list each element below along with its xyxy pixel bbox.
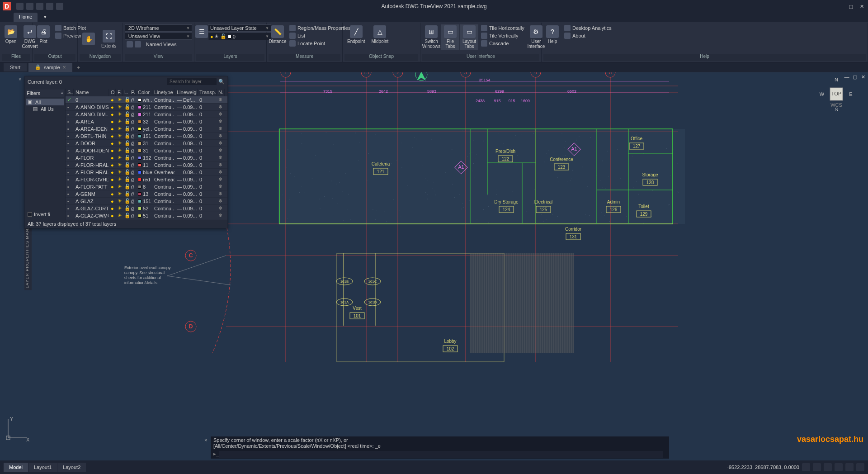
tab-home[interactable]: Home xyxy=(14,13,38,22)
col-on[interactable]: O.. xyxy=(109,89,116,96)
file-tabs-button[interactable]: ▭File Tabs xyxy=(441,24,459,50)
col-linetype[interactable]: Linetype xyxy=(152,89,175,96)
status-snap-icon[interactable] xyxy=(813,463,821,471)
doc-tab-start[interactable]: Start xyxy=(4,63,27,71)
svg-point-181 xyxy=(545,162,545,162)
minimize-button[interactable]: — xyxy=(836,4,844,9)
svg-point-129 xyxy=(651,178,652,179)
layer-row[interactable]: ▪ A-FLOR-HRAL-... ● ☀ 🔓 ⎙ blue Overhead … xyxy=(66,169,227,176)
plot-button[interactable]: 🖨Plot xyxy=(34,24,52,45)
svg-point-24 xyxy=(428,180,428,180)
help-icon: ? xyxy=(546,25,559,38)
col-lineweight[interactable]: Lineweight xyxy=(175,89,198,96)
col-transparency[interactable]: Transp.. xyxy=(198,89,217,96)
svg-point-25 xyxy=(368,153,369,154)
status-grid-icon[interactable] xyxy=(802,463,810,471)
cascade-button[interactable]: Cascade xyxy=(479,40,526,47)
layout-tab-layout1[interactable]: Layout1 xyxy=(28,463,57,472)
status-custom-icon[interactable] xyxy=(856,463,864,471)
named-view-dropdown[interactable]: Unsaved View▼ xyxy=(125,33,192,40)
col-color[interactable]: Color xyxy=(136,89,152,96)
svg-rect-310 xyxy=(470,253,574,353)
qat-plot-icon[interactable] xyxy=(26,3,33,10)
col-name[interactable]: Name xyxy=(74,89,109,96)
status-clean-icon[interactable] xyxy=(845,463,854,471)
layer-row[interactable]: ▪ A-AREA-IDEN ● ☀ 🔓 ⎙ yel... Continu... … xyxy=(66,125,227,133)
layer-current-dropdown[interactable]: ● ☀ 🔓 0▼ xyxy=(208,33,271,40)
layer-search-input[interactable] xyxy=(167,78,217,85)
midpoint-button[interactable]: △Midpoint xyxy=(368,24,391,45)
about-button[interactable]: About xyxy=(562,32,613,39)
open-button[interactable]: 📂Open xyxy=(2,24,20,45)
svg-point-50 xyxy=(332,198,333,199)
status-anno-icon[interactable] xyxy=(835,463,843,471)
svg-point-164 xyxy=(666,148,667,149)
desktop-analytics-button[interactable]: Desktop Analytics xyxy=(562,24,613,32)
layer-row[interactable]: ▪ A-ANNO-DIM... ● ☀ 🔓 ⎙ 211 Continu... —… xyxy=(66,111,227,118)
tab-close-button[interactable]: × xyxy=(63,64,66,71)
layer-row[interactable]: ▪ A-GLAZ-CWMG ● ☀ 🔓 ⎙ 51 Continu... — 0.… xyxy=(66,212,227,219)
col-lock[interactable]: L.. xyxy=(123,89,129,96)
layer-row[interactable]: ▪ A-FLOR-OVHD ● ☀ 🔓 ⎙ red Overhead — 0.0… xyxy=(66,176,227,183)
extents-button[interactable]: ⛶Extents xyxy=(99,29,119,49)
layer-row[interactable]: ✓ 0 ● ☀ 🔓 ⎙ wh... Continu... — Def... 0 … xyxy=(66,96,227,104)
layer-props-button[interactable]: ☰ xyxy=(196,24,207,40)
layer-row[interactable]: ▪ A-DOOR ● ☀ 🔓 ⎙ 31 Continu... — 0.09...… xyxy=(66,140,227,147)
status-scale-icon[interactable] xyxy=(824,463,832,471)
col-new[interactable]: N.. xyxy=(217,89,225,96)
layer-table[interactable]: S.. Name O.. F.. L.. P.. Color Linetype … xyxy=(66,89,227,220)
visual-style-dropdown[interactable]: 2D Wireframe▼ xyxy=(125,24,192,32)
filter-all-used[interactable]: ▤ All Us xyxy=(26,105,64,112)
tile-h-button[interactable]: Tile Horizontally xyxy=(479,24,526,32)
col-plot[interactable]: P.. xyxy=(129,89,136,96)
help-button[interactable]: ?Help xyxy=(543,24,561,45)
layer-panel-close[interactable]: × xyxy=(19,76,21,82)
col-status[interactable]: S.. xyxy=(66,89,74,96)
svg-point-106 xyxy=(589,215,590,216)
layout-tabs-button[interactable]: ▭Layout Tabs xyxy=(460,24,478,50)
ruler-icon: 📏 xyxy=(271,25,284,38)
switch-windows-button[interactable]: ⊞Switch Windows xyxy=(422,24,440,50)
layout-tab-layout2[interactable]: Layout2 xyxy=(57,463,86,472)
maximize-button[interactable]: ▢ xyxy=(847,4,854,9)
layer-row[interactable]: ▪ A-GLAZ ● ☀ 🔓 ⎙ 151 Continu... — 0.09..… xyxy=(66,198,227,205)
distance-button[interactable]: 📏Distance xyxy=(269,24,287,45)
pan-button[interactable]: ✋ xyxy=(80,32,98,47)
add-tab-button[interactable]: + xyxy=(74,65,83,70)
layer-row[interactable]: ▪ A-DETL-THIN ● ☀ 🔓 ⎙ 151 Continu... — 0… xyxy=(66,133,227,140)
named-views-button[interactable]: Named Views xyxy=(125,41,192,48)
svg-point-62 xyxy=(476,158,476,158)
tab-expand[interactable]: ▾ xyxy=(38,13,52,22)
search-icon[interactable]: 🔍 xyxy=(218,79,225,85)
layout-tab-model[interactable]: Model xyxy=(4,463,28,472)
layer-row[interactable]: ▪ A-FLOR-PATT ● ☀ 🔓 ⎙ 8 Continu... — 0.0… xyxy=(66,183,227,190)
svg-point-59 xyxy=(417,139,417,139)
layer-row[interactable]: ▪ A-GLAZ-CURT ● ☀ 🔓 ⎙ 52 Continu... — 0.… xyxy=(66,205,227,212)
endpoint-button[interactable]: ╱Endpoint xyxy=(344,24,368,45)
svg-point-51 xyxy=(425,179,426,179)
qat-open-icon[interactable] xyxy=(16,3,24,10)
qat-undo-icon[interactable] xyxy=(36,3,43,10)
view-cube[interactable]: N S W E TOP WCS xyxy=(818,76,854,112)
qat-dropdown-icon[interactable] xyxy=(56,3,63,10)
layer-row[interactable]: ▪ A-FLOR-HRAL ● ☀ 🔓 ⎙ 11 Continu... — 0.… xyxy=(66,161,227,169)
layer-row[interactable]: ▪ A-DOOR-IDEN ● ☀ 🔓 ⎙ 31 Continu... — 0.… xyxy=(66,147,227,154)
tile-v-button[interactable]: Tile Vertically xyxy=(479,32,526,39)
layer-row[interactable]: ▪ A-FLOR ● ☀ 🔓 ⎙ 192 Continu... — 0.09..… xyxy=(66,154,227,161)
svg-point-38 xyxy=(477,219,477,219)
doc-tab-sample[interactable]: 🔒sample× xyxy=(28,63,72,72)
title-bar: D Autodesk DWG TrueView 2021 sample.dwg … xyxy=(0,0,868,13)
layer-row[interactable]: ▪ A-ANNO-DIMS ● ☀ 🔓 ⎙ 211 Continu... — 0… xyxy=(66,104,227,111)
viewport-close[interactable]: ✕ xyxy=(860,74,866,81)
command-input[interactable] xyxy=(219,451,663,458)
filter-all[interactable]: ▣ All xyxy=(26,99,64,105)
layer-row[interactable]: ▪ A-GENM ● ☀ 🔓 ⎙ 13 Continu... — 0.09...… xyxy=(66,190,227,198)
qat-redo-icon[interactable] xyxy=(46,3,53,10)
cmdline-close[interactable]: × xyxy=(204,437,207,443)
layer-row[interactable]: ▪ A-AREA ● ☀ 🔓 ⎙ 32 Continu... — 0.09...… xyxy=(66,118,227,125)
invert-filter-checkbox[interactable] xyxy=(28,212,32,217)
command-line[interactable]: × Specify corner of window, enter a scal… xyxy=(211,436,669,459)
col-freeze[interactable]: F.. xyxy=(116,89,123,96)
close-button[interactable]: ✕ xyxy=(858,4,865,9)
layer-state-dropdown[interactable]: Unsaved Layer State▼ xyxy=(208,24,271,32)
